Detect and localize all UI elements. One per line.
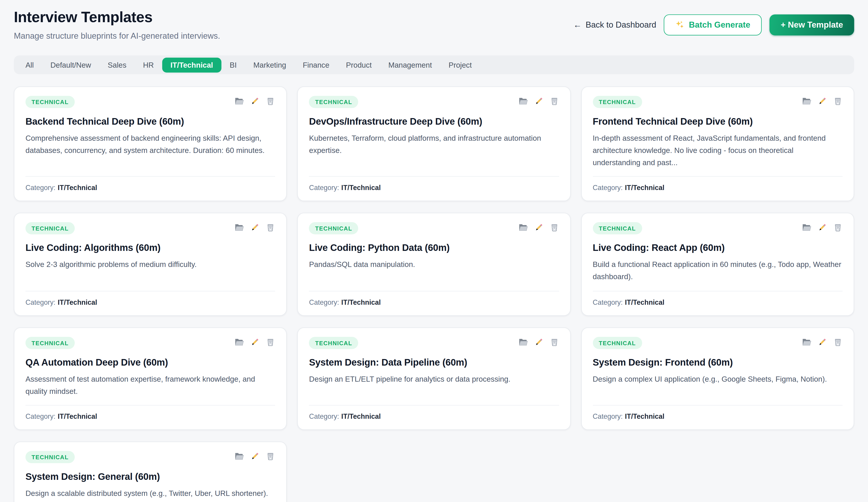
sparkles-icon — [676, 20, 684, 29]
back-to-dashboard-link[interactable]: ← Back to Dashboard — [574, 20, 656, 29]
folder-icon[interactable] — [802, 337, 812, 347]
card-actions — [802, 337, 843, 347]
folder-icon[interactable] — [518, 337, 528, 347]
back-arrow-icon: ← — [574, 20, 582, 29]
tab-hr[interactable]: HR — [135, 57, 162, 72]
card-top-row: TECHNICAL — [309, 96, 559, 108]
card-description: In-depth assessment of React, JavaScript… — [593, 132, 843, 169]
tab-sales[interactable]: Sales — [100, 57, 135, 72]
back-link-label: Back to Dashboard — [586, 20, 656, 29]
category-label: Category: — [593, 413, 623, 421]
template-card: TECHNICAL System Design: Data Pipeline (… — [298, 327, 570, 430]
tab-bi[interactable]: BI — [221, 57, 245, 72]
category-badge: TECHNICAL — [25, 96, 75, 108]
trash-icon[interactable] — [549, 223, 559, 232]
card-top-row: TECHNICAL — [309, 337, 559, 349]
card-description: Design a complex UI application (e.g., G… — [593, 373, 843, 385]
page-heading-block: Interview Templates Manage structure blu… — [14, 9, 220, 40]
folder-icon[interactable] — [518, 97, 528, 106]
tab-product[interactable]: Product — [338, 57, 380, 72]
category-label: Category: — [25, 413, 55, 421]
batch-generate-label: Batch Generate — [689, 20, 751, 29]
card-actions — [235, 337, 275, 347]
folder-icon[interactable] — [235, 97, 244, 106]
tab-default-new[interactable]: Default/New — [42, 57, 100, 72]
tab-all[interactable]: All — [17, 57, 42, 72]
trash-icon[interactable] — [833, 97, 843, 106]
card-actions — [235, 452, 275, 461]
pencil-icon[interactable] — [534, 223, 544, 232]
pencil-icon[interactable] — [534, 337, 544, 347]
folder-icon[interactable] — [235, 452, 244, 461]
new-template-button[interactable]: + New Template — [770, 14, 854, 35]
trash-icon[interactable] — [833, 223, 843, 232]
trash-icon[interactable] — [549, 337, 559, 347]
card-description: Comprehensive assessment of backend engi… — [25, 132, 275, 157]
card-title: DevOps/Infrastructure Deep Dive (60m) — [309, 116, 559, 127]
trash-icon[interactable] — [549, 97, 559, 106]
card-actions — [235, 97, 275, 106]
tab-management[interactable]: Management — [380, 57, 440, 72]
card-title: System Design: Frontend (60m) — [593, 357, 843, 368]
pencil-icon[interactable] — [818, 97, 827, 106]
trash-icon[interactable] — [266, 452, 275, 461]
pencil-icon[interactable] — [534, 97, 544, 106]
template-card: TECHNICAL QA Automation Deep Dive (60m) … — [14, 327, 287, 430]
trash-icon[interactable] — [833, 337, 843, 347]
trash-icon[interactable] — [266, 97, 275, 106]
card-title: Frontend Technical Deep Dive (60m) — [593, 116, 843, 127]
batch-generate-button[interactable]: Batch Generate — [664, 14, 762, 35]
trash-icon[interactable] — [266, 337, 275, 347]
folder-icon[interactable] — [235, 223, 244, 232]
app-viewport: Interview Templates Manage structure blu… — [0, 0, 868, 502]
pencil-icon[interactable] — [250, 97, 260, 106]
folder-icon[interactable] — [802, 97, 812, 106]
card-description: Assessment of test automation expertise,… — [25, 373, 275, 398]
template-card: TECHNICAL Live Coding: Python Data (60m)… — [298, 213, 570, 315]
card-title: Live Coding: Algorithms (60m) — [25, 243, 275, 254]
card-top-row: TECHNICAL — [593, 222, 843, 234]
card-top-row: TECHNICAL — [309, 222, 559, 234]
pencil-icon[interactable] — [250, 223, 260, 232]
category-value: IT/Technical — [58, 184, 97, 192]
category-badge: TECHNICAL — [309, 222, 358, 234]
pencil-icon[interactable] — [250, 337, 260, 347]
pencil-icon[interactable] — [250, 452, 260, 461]
card-title: Live Coding: Python Data (60m) — [309, 243, 559, 254]
folder-icon[interactable] — [802, 223, 812, 232]
card-footer: Category: IT/Technical — [25, 405, 275, 422]
card-actions — [518, 97, 559, 106]
category-badge: TECHNICAL — [309, 96, 358, 108]
category-label: Category: — [593, 184, 623, 192]
card-top-row: TECHNICAL — [593, 337, 843, 349]
template-card: TECHNICAL DevOps/Infrastructure Deep Div… — [298, 87, 570, 201]
pencil-icon[interactable] — [818, 223, 827, 232]
template-card: TECHNICAL Live Coding: Algorithms (60m) … — [14, 213, 287, 315]
category-badge: TECHNICAL — [309, 337, 358, 349]
card-title: System Design: Data Pipeline (60m) — [309, 357, 559, 368]
card-top-row: TECHNICAL — [25, 96, 275, 108]
category-label: Category: — [309, 184, 339, 192]
card-footer: Category: IT/Technical — [593, 291, 843, 308]
card-actions — [518, 337, 559, 347]
category-label: Category: — [309, 413, 339, 421]
tab-marketing[interactable]: Marketing — [245, 57, 294, 72]
interview-templates-page: Interview Templates Manage structure blu… — [0, 0, 868, 502]
category-badge: TECHNICAL — [593, 337, 642, 349]
category-value: IT/Technical — [341, 298, 381, 306]
folder-icon[interactable] — [235, 337, 244, 347]
pencil-icon[interactable] — [818, 337, 827, 347]
tab-project[interactable]: Project — [440, 57, 480, 72]
trash-icon[interactable] — [266, 223, 275, 232]
card-description: Design an ETL/ELT pipeline for analytics… — [309, 373, 559, 385]
tab-it-technical[interactable]: IT/Technical — [162, 57, 221, 72]
category-label: Category: — [309, 298, 339, 306]
folder-icon[interactable] — [518, 223, 528, 232]
category-badge: TECHNICAL — [25, 337, 75, 349]
card-footer: Category: IT/Technical — [593, 177, 843, 193]
template-card: TECHNICAL Live Coding: React App (60m) B… — [581, 213, 854, 315]
card-title: System Design: General (60m) — [25, 472, 275, 483]
page-subtitle: Manage structure blueprints for AI-gener… — [14, 31, 220, 40]
card-title: Backend Technical Deep Dive (60m) — [25, 116, 275, 127]
tab-finance[interactable]: Finance — [294, 57, 338, 72]
